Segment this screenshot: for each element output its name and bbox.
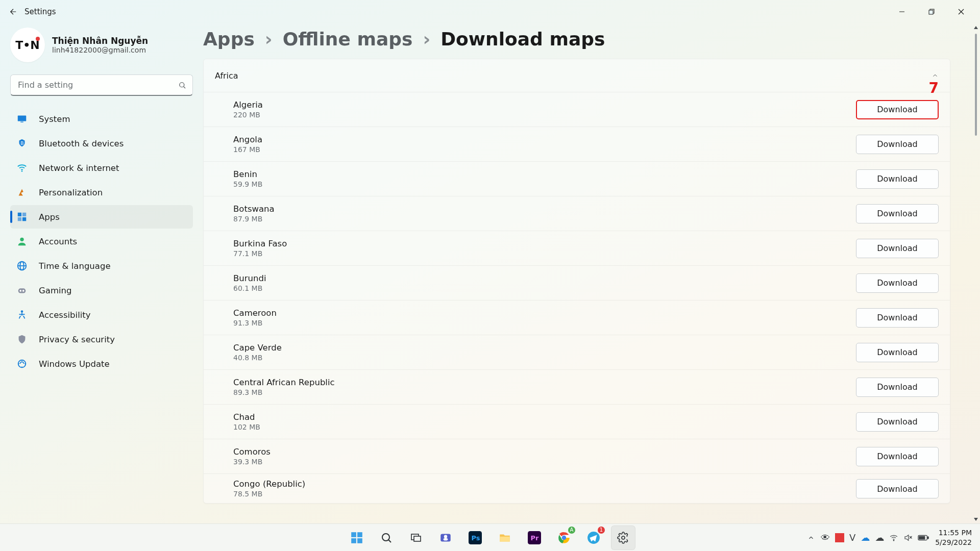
breadcrumb-mid[interactable]: Offline maps — [283, 29, 413, 49]
map-row: Cape Verde40.8 MBDownload — [204, 335, 950, 369]
nav-icon — [16, 211, 28, 222]
svg-marker-25 — [974, 518, 978, 521]
clock[interactable]: 11:55 PM 5/29/2022 — [935, 528, 975, 546]
download-button[interactable]: Download — [856, 412, 939, 432]
taskbar: Ps Pr A 1 👁 V ☁ ☁ 11:55 PM 5/29/2022 — [0, 523, 980, 551]
map-row: Central African Republic89.3 MBDownload — [204, 369, 950, 404]
wifi-icon[interactable] — [889, 533, 898, 542]
telegram-icon[interactable]: 1 — [581, 525, 606, 550]
sidebar-item-network-internet[interactable]: Network & internet — [10, 156, 193, 180]
svg-rect-28 — [351, 538, 356, 543]
sidebar-item-apps[interactable]: Apps — [10, 205, 193, 229]
map-name: Angola — [233, 135, 262, 144]
map-row: Burundi60.1 MBDownload — [204, 265, 950, 300]
onedrive-icon[interactable]: ☁ — [861, 532, 870, 543]
sidebar-item-privacy-security[interactable]: Privacy & security — [10, 328, 193, 351]
download-button[interactable]: Download — [856, 273, 939, 293]
svg-rect-39 — [500, 536, 510, 541]
map-name: Burkina Faso — [233, 239, 287, 248]
sidebar-item-gaming[interactable]: Gaming — [10, 279, 193, 302]
sidebar-item-system[interactable]: System — [10, 107, 193, 131]
sidebar-item-windows-update[interactable]: Windows Update — [10, 352, 193, 375]
chrome-icon[interactable]: A — [552, 525, 576, 550]
maximize-button[interactable] — [917, 1, 946, 23]
tray-chevron-icon[interactable] — [807, 534, 815, 541]
map-row: Comoros39.3 MBDownload — [204, 439, 950, 473]
map-name: Botswana — [233, 204, 275, 214]
sidebar-item-time-language[interactable]: Time & language — [10, 254, 193, 278]
battery-icon[interactable] — [918, 534, 929, 541]
svg-point-5 — [180, 83, 184, 87]
download-button[interactable]: Download — [856, 447, 939, 466]
download-button[interactable]: Download — [856, 100, 939, 119]
download-button[interactable]: Download — [856, 135, 939, 154]
svg-rect-29 — [357, 538, 362, 543]
map-size: 78.5 MB — [233, 490, 305, 498]
search-input[interactable] — [10, 74, 193, 96]
svg-point-43 — [562, 535, 567, 540]
nav-icon — [16, 285, 28, 296]
map-name: Benin — [233, 169, 262, 179]
back-button[interactable] — [4, 3, 22, 21]
download-button[interactable]: Download — [856, 343, 939, 362]
teams-icon[interactable] — [433, 525, 458, 550]
map-size: 39.3 MB — [233, 458, 271, 466]
svg-rect-11 — [18, 213, 21, 216]
sidebar: T•N Thiện Nhân Nguyễn linh41822000@gmail… — [0, 23, 203, 523]
map-name: Congo (Republic) — [233, 479, 305, 489]
region-header[interactable]: Africa — [204, 59, 950, 92]
download-button[interactable]: Download — [856, 378, 939, 397]
map-size: 59.9 MB — [233, 180, 262, 188]
user-card[interactable]: T•N Thiện Nhân Nguyễn linh41822000@gmail… — [10, 26, 193, 70]
svg-point-22 — [21, 310, 23, 313]
sidebar-item-label: Personalization — [39, 188, 103, 197]
map-size: 89.3 MB — [233, 388, 335, 396]
sidebar-item-accessibility[interactable]: Accessibility — [10, 303, 193, 327]
svg-rect-27 — [357, 532, 362, 537]
scrollbar[interactable] — [972, 23, 980, 523]
settings-icon[interactable] — [611, 525, 635, 550]
close-button[interactable] — [946, 1, 976, 23]
map-name: Algeria — [233, 100, 263, 110]
download-button[interactable]: Download — [856, 308, 939, 328]
svg-point-23 — [18, 360, 26, 368]
content: Apps › Offline maps › Download maps Afri… — [203, 23, 980, 523]
download-button[interactable]: Download — [856, 239, 939, 258]
start-button[interactable] — [345, 525, 369, 550]
tray-icon[interactable] — [835, 533, 844, 542]
tray-icon[interactable]: V — [849, 532, 855, 543]
map-row: Botswana87.9 MBDownload — [204, 196, 950, 231]
sidebar-item-accounts[interactable]: Accounts — [10, 230, 193, 253]
avatar-badge — [36, 37, 40, 41]
minimize-button[interactable] — [887, 1, 917, 23]
scroll-thumb[interactable] — [975, 34, 977, 136]
download-button[interactable]: Download — [856, 204, 939, 223]
sidebar-item-bluetooth-devices[interactable]: BBluetooth & devices — [10, 132, 193, 155]
map-size: 87.9 MB — [233, 215, 275, 223]
explorer-icon[interactable] — [493, 525, 517, 550]
scroll-down-icon[interactable] — [972, 515, 980, 523]
tray-icon[interactable]: 👁 — [821, 532, 830, 543]
breadcrumb: Apps › Offline maps › Download maps — [203, 27, 950, 59]
sidebar-item-personalization[interactable]: Personalization — [10, 181, 193, 204]
svg-point-30 — [382, 534, 389, 541]
svg-point-20 — [19, 290, 21, 292]
cloud-icon[interactable]: ☁ — [875, 532, 884, 543]
breadcrumb-root[interactable]: Apps — [203, 29, 255, 49]
scroll-up-icon[interactable] — [972, 23, 980, 32]
task-view-icon[interactable] — [404, 525, 428, 550]
sidebar-item-label: Privacy & security — [39, 335, 115, 344]
map-name: Cape Verde — [233, 343, 282, 353]
taskbar-search-icon[interactable] — [374, 525, 399, 550]
svg-rect-50 — [927, 537, 928, 539]
download-button[interactable]: Download — [856, 169, 939, 189]
nav-icon — [16, 113, 28, 124]
premiere-icon[interactable]: Pr — [522, 525, 547, 550]
volume-mute-icon[interactable] — [903, 533, 913, 542]
user-email: linh41822000@gmail.com — [52, 46, 148, 54]
download-button[interactable]: Download — [856, 479, 939, 498]
photoshop-icon[interactable]: Ps — [463, 525, 487, 550]
sidebar-item-label: System — [39, 114, 70, 124]
page-title: Download maps — [440, 29, 605, 49]
sidebar-item-label: Apps — [39, 212, 60, 222]
